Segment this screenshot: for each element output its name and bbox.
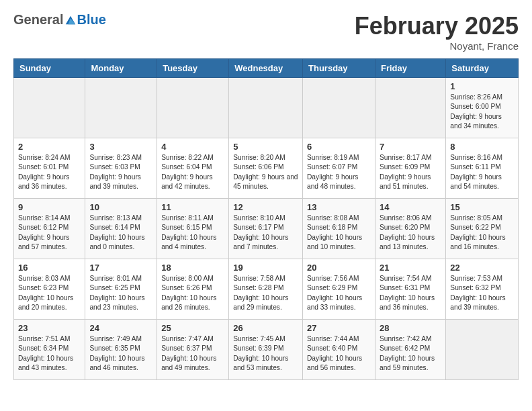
calendar-cell: 12Sunrise: 8:10 AM Sunset: 6:17 PM Dayli…: [229, 199, 303, 259]
day-number: 13: [307, 202, 371, 212]
day-number: 28: [380, 323, 441, 333]
calendar-cell: 10Sunrise: 8:13 AM Sunset: 6:14 PM Dayli…: [85, 199, 157, 259]
day-info: Sunrise: 7:47 AM Sunset: 6:37 PM Dayligh…: [161, 334, 224, 373]
calendar-cell: 3Sunrise: 8:23 AM Sunset: 6:03 PM Daylig…: [85, 138, 157, 199]
calendar-cell: 21Sunrise: 7:54 AM Sunset: 6:31 PM Dayli…: [375, 259, 445, 320]
calendar-cell: 2Sunrise: 8:24 AM Sunset: 6:01 PM Daylig…: [14, 138, 85, 199]
calendar-week-row: 1Sunrise: 8:26 AM Sunset: 6:00 PM Daylig…: [14, 78, 519, 138]
day-number: 19: [233, 263, 298, 273]
page: General Blue February 2025 Noyant, Franc…: [0, 0, 532, 392]
day-info: Sunrise: 8:13 AM Sunset: 6:14 PM Dayligh…: [89, 214, 152, 252]
title-block: February 2025 Noyant, France: [355, 12, 519, 52]
day-info: Sunrise: 7:49 AM Sunset: 6:35 PM Dayligh…: [89, 334, 152, 373]
day-info: Sunrise: 8:16 AM Sunset: 6:11 PM Dayligh…: [450, 153, 514, 191]
day-info: Sunrise: 8:00 AM Sunset: 6:26 PM Dayligh…: [161, 274, 224, 312]
logo-text: General Blue: [13, 12, 106, 28]
day-info: Sunrise: 7:58 AM Sunset: 6:28 PM Dayligh…: [233, 274, 298, 312]
day-info: Sunrise: 8:05 AM Sunset: 6:22 PM Dayligh…: [450, 214, 514, 252]
day-info: Sunrise: 8:24 AM Sunset: 6:01 PM Dayligh…: [18, 153, 81, 191]
calendar-cell: 5Sunrise: 8:20 AM Sunset: 6:06 PM Daylig…: [229, 138, 303, 199]
day-info: Sunrise: 7:42 AM Sunset: 6:42 PM Dayligh…: [380, 334, 441, 373]
day-number: 10: [89, 202, 152, 212]
header: General Blue February 2025 Noyant, Franc…: [13, 12, 519, 52]
day-info: Sunrise: 8:08 AM Sunset: 6:18 PM Dayligh…: [307, 214, 371, 252]
day-number: 9: [18, 202, 81, 212]
logo: General Blue: [13, 12, 106, 28]
calendar-header-monday: Monday: [85, 59, 157, 78]
calendar-cell: 11Sunrise: 8:11 AM Sunset: 6:15 PM Dayli…: [157, 199, 229, 259]
calendar-cell: 16Sunrise: 8:03 AM Sunset: 6:23 PM Dayli…: [14, 259, 85, 320]
day-number: 26: [233, 323, 298, 333]
day-info: Sunrise: 8:17 AM Sunset: 6:09 PM Dayligh…: [380, 153, 441, 191]
calendar-cell: 6Sunrise: 8:19 AM Sunset: 6:07 PM Daylig…: [303, 138, 375, 199]
day-info: Sunrise: 7:51 AM Sunset: 6:34 PM Dayligh…: [18, 334, 81, 373]
calendar-cell: 22Sunrise: 7:53 AM Sunset: 6:32 PM Dayli…: [446, 259, 519, 320]
day-number: 12: [233, 202, 298, 212]
calendar-cell: 28Sunrise: 7:42 AM Sunset: 6:42 PM Dayli…: [375, 320, 445, 380]
calendar-header-thursday: Thursday: [303, 59, 375, 78]
day-number: 2: [18, 142, 81, 152]
day-info: Sunrise: 8:06 AM Sunset: 6:20 PM Dayligh…: [380, 214, 441, 252]
calendar-header-friday: Friday: [375, 59, 445, 78]
calendar-cell: 19Sunrise: 7:58 AM Sunset: 6:28 PM Dayli…: [229, 259, 303, 320]
day-number: 3: [89, 142, 152, 152]
day-number: 16: [18, 263, 81, 273]
calendar-cell: 25Sunrise: 7:47 AM Sunset: 6:37 PM Dayli…: [157, 320, 229, 380]
day-info: Sunrise: 8:23 AM Sunset: 6:03 PM Dayligh…: [89, 153, 152, 191]
day-info: Sunrise: 8:14 AM Sunset: 6:12 PM Dayligh…: [18, 214, 81, 252]
day-info: Sunrise: 8:03 AM Sunset: 6:23 PM Dayligh…: [18, 274, 81, 312]
day-number: 20: [307, 263, 371, 273]
calendar-header-saturday: Saturday: [446, 59, 519, 78]
calendar-cell: 23Sunrise: 7:51 AM Sunset: 6:34 PM Dayli…: [14, 320, 85, 380]
calendar-cell: [14, 78, 85, 138]
day-number: 24: [89, 323, 152, 333]
day-info: Sunrise: 8:22 AM Sunset: 6:04 PM Dayligh…: [161, 153, 224, 191]
day-number: 6: [307, 142, 371, 152]
calendar-cell: 9Sunrise: 8:14 AM Sunset: 6:12 PM Daylig…: [14, 199, 85, 259]
logo-blue: Blue: [77, 12, 105, 28]
location: Noyant, France: [355, 40, 519, 52]
day-number: 22: [450, 263, 514, 273]
day-number: 18: [161, 263, 224, 273]
logo-general: General: [13, 12, 63, 28]
calendar-header-row: SundayMondayTuesdayWednesdayThursdayFrid…: [14, 59, 519, 78]
calendar-week-row: 9Sunrise: 8:14 AM Sunset: 6:12 PM Daylig…: [14, 199, 519, 259]
calendar-week-row: 2Sunrise: 8:24 AM Sunset: 6:01 PM Daylig…: [14, 138, 519, 199]
calendar-cell: 18Sunrise: 8:00 AM Sunset: 6:26 PM Dayli…: [157, 259, 229, 320]
day-number: 5: [233, 142, 298, 152]
calendar-cell: 27Sunrise: 7:44 AM Sunset: 6:40 PM Dayli…: [303, 320, 375, 380]
calendar-cell: [446, 320, 519, 380]
calendar-cell: 26Sunrise: 7:45 AM Sunset: 6:39 PM Dayli…: [229, 320, 303, 380]
calendar-cell: [85, 78, 157, 138]
day-number: 7: [380, 142, 441, 152]
calendar-cell: 13Sunrise: 8:08 AM Sunset: 6:18 PM Dayli…: [303, 199, 375, 259]
day-info: Sunrise: 8:26 AM Sunset: 6:00 PM Dayligh…: [450, 93, 514, 131]
day-info: Sunrise: 7:45 AM Sunset: 6:39 PM Dayligh…: [233, 334, 298, 373]
day-number: 23: [18, 323, 81, 333]
day-number: 25: [161, 323, 224, 333]
calendar-cell: 7Sunrise: 8:17 AM Sunset: 6:09 PM Daylig…: [375, 138, 445, 199]
day-info: Sunrise: 8:19 AM Sunset: 6:07 PM Dayligh…: [307, 153, 371, 191]
calendar-header-tuesday: Tuesday: [157, 59, 229, 78]
day-number: 27: [307, 323, 371, 333]
calendar-cell: 20Sunrise: 7:56 AM Sunset: 6:29 PM Dayli…: [303, 259, 375, 320]
calendar-cell: 14Sunrise: 8:06 AM Sunset: 6:20 PM Dayli…: [375, 199, 445, 259]
day-number: 11: [161, 202, 224, 212]
calendar-cell: [375, 78, 445, 138]
day-number: 14: [380, 202, 441, 212]
day-number: 4: [161, 142, 224, 152]
calendar-week-row: 16Sunrise: 8:03 AM Sunset: 6:23 PM Dayli…: [14, 259, 519, 320]
calendar-cell: [303, 78, 375, 138]
calendar-header-wednesday: Wednesday: [229, 59, 303, 78]
day-number: 1: [450, 81, 514, 91]
calendar-cell: 17Sunrise: 8:01 AM Sunset: 6:25 PM Dayli…: [85, 259, 157, 320]
calendar-week-row: 23Sunrise: 7:51 AM Sunset: 6:34 PM Dayli…: [14, 320, 519, 380]
calendar-cell: 24Sunrise: 7:49 AM Sunset: 6:35 PM Dayli…: [85, 320, 157, 380]
day-info: Sunrise: 7:56 AM Sunset: 6:29 PM Dayligh…: [307, 274, 371, 312]
month-title: February 2025: [355, 12, 519, 40]
day-info: Sunrise: 8:11 AM Sunset: 6:15 PM Dayligh…: [161, 214, 224, 252]
calendar-cell: 1Sunrise: 8:26 AM Sunset: 6:00 PM Daylig…: [446, 78, 519, 138]
calendar-cell: [157, 78, 229, 138]
day-info: Sunrise: 8:10 AM Sunset: 6:17 PM Dayligh…: [233, 214, 298, 252]
logo-icon: [64, 14, 77, 26]
